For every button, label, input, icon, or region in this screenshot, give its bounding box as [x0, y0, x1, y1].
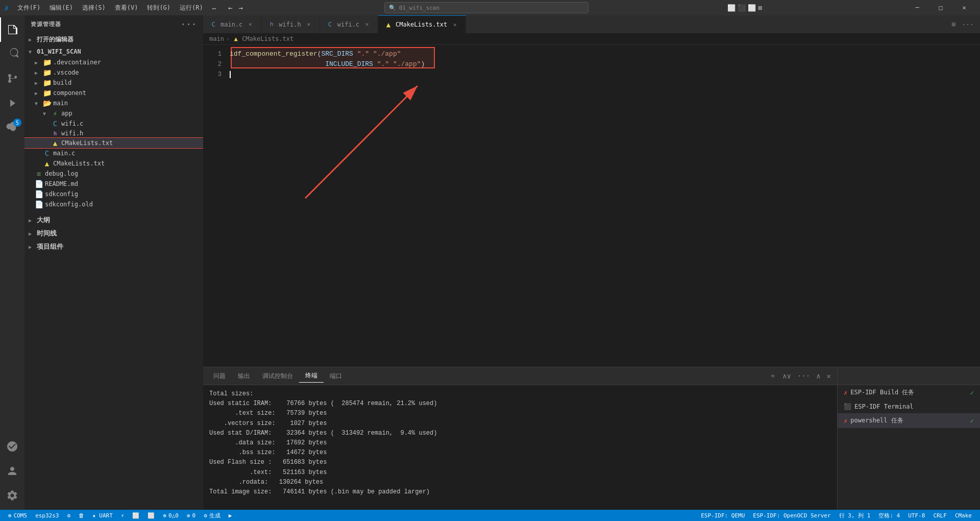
status-monitor[interactable]: ⬜ [128, 510, 143, 521]
split-editor-button[interactable]: ⊞ [950, 18, 958, 30]
tab-wific-close[interactable]: ✕ [362, 20, 372, 29]
activity-account[interactable] [0, 459, 24, 483]
maximize-button[interactable]: □ [929, 0, 952, 15]
code-editor[interactable]: 1 idf_component_register(SRC_DIRS "." ".… [203, 45, 980, 367]
timeline-header[interactable]: ▶ 时间线 [24, 227, 203, 240]
status-encoding[interactable]: UTF-8 [904, 510, 929, 521]
layout-icon-3[interactable]: ⬜ [748, 4, 756, 12]
status-com5[interactable]: ⊕ COM5 [4, 510, 31, 521]
terminal-panel-powershell[interactable]: ✗ powershell 任务 ✓ [838, 413, 980, 428]
tree-item-readme[interactable]: 📄 README.md [24, 179, 203, 189]
tree-item-build[interactable]: ▶ 📁 build [24, 78, 203, 88]
outline-header[interactable]: ▶ 大纲 [24, 214, 203, 227]
nav-forward[interactable]: → [236, 3, 244, 13]
minimize-button[interactable]: ─ [905, 0, 929, 15]
status-flash[interactable]: ⚡ [117, 510, 129, 521]
status-fullmonitor[interactable]: ⬜ [143, 510, 159, 521]
status-trash[interactable]: 🗑 [75, 510, 88, 521]
tree-item-cmake-app[interactable]: ▲ CMakeLists.txt [24, 138, 203, 148]
cursor-pos-label: 行 3, 列 1 [839, 512, 871, 519]
terminal-split-button[interactable]: ∧∨ [780, 370, 793, 382]
activity-run-debug[interactable] [0, 91, 24, 115]
status-idf-qemu[interactable]: ESP-IDF: QEMU [697, 510, 749, 521]
tab-cmake[interactable]: ▲ CMakeLists.txt ✕ [378, 15, 466, 33]
terminal-collapse-button[interactable]: ∧ [814, 370, 822, 382]
component-folder-icon: 📁 [43, 89, 51, 97]
activity-source-control[interactable] [0, 66, 24, 91]
activity-search[interactable] [0, 42, 24, 66]
more-tabs-button[interactable]: ··· [960, 18, 976, 30]
activity-extensions[interactable]: 5 [0, 115, 24, 140]
espbuild-check: ✓ [970, 389, 974, 396]
status-indent[interactable]: 空格: 4 [874, 510, 904, 521]
menu-file[interactable]: 文件(F) [13, 3, 45, 13]
terminal-panel-espbuild[interactable]: ✗ ESP-IDF Build 任务 ✓ [838, 385, 980, 400]
activity-settings[interactable] [0, 483, 24, 508]
status-language[interactable]: CMake [951, 510, 976, 521]
terminal-tab-problems[interactable]: 问题 [207, 370, 232, 383]
search-bar[interactable]: 🔍 01_wifi_scan [384, 2, 589, 13]
terminal-more-button[interactable]: ··· [795, 370, 812, 382]
tree-item-sdkconfig[interactable]: 📄 sdkconfig [24, 189, 203, 199]
status-cursor-pos[interactable]: 行 3, 列 1 [835, 510, 875, 521]
tab-cmake-close[interactable]: ✕ [450, 20, 459, 29]
terminal-tab-terminal[interactable]: 终端 [299, 369, 324, 383]
terminal-panel-espterm[interactable]: ⬛ ESP-IDF Terminal [838, 400, 980, 413]
root-folder-header[interactable]: ▼ 01_WIFI_SCAN [24, 46, 203, 57]
status-device[interactable]: esp32s3 [31, 510, 63, 521]
tree-item-cmake-main[interactable]: ▲ CMakeLists.txt [24, 158, 203, 169]
tree-item-debuglog[interactable]: ≡ debug.log [24, 169, 203, 179]
tree-item-app[interactable]: ▼ ⚡ app [24, 108, 203, 119]
tree-item-wific[interactable]: C wifi.c [24, 119, 203, 129]
status-line-ending[interactable]: CRLF [929, 510, 951, 521]
terminal-add-button[interactable]: ＋ [767, 369, 778, 383]
tree-item-vscode[interactable]: ▶ 📁 .vscode [24, 67, 203, 78]
nav-back[interactable]: ← [226, 3, 234, 13]
sidebar-more-button[interactable]: ··· [181, 19, 197, 29]
tree-item-sdkconfigold[interactable]: 📄 sdkconfig.old [24, 199, 203, 209]
bc-main[interactable]: main [209, 35, 224, 42]
tab-wifih[interactable]: h wifi.h ✕ [261, 15, 320, 33]
tab-wifih-label: wifi.h [279, 21, 301, 28]
layout-icon-4[interactable]: ⊞ [758, 4, 762, 12]
tab-mainc-close[interactable]: ✕ [246, 20, 255, 29]
status-settings[interactable]: ⚙ [63, 510, 75, 521]
tree-item-mainc[interactable]: C main.c [24, 148, 203, 158]
terminal-tab-debug[interactable]: 调试控制台 [256, 370, 299, 383]
menu-goto[interactable]: 转到(G) [143, 3, 175, 13]
tab-mainc[interactable]: C main.c ✕ [203, 15, 261, 33]
cursor-blink [230, 71, 231, 78]
status-idf-openocd[interactable]: ESP-IDF: OpenOCD Server [749, 510, 835, 521]
app-folder-icon: ⚡ [51, 109, 59, 117]
open-editors-header[interactable]: ▶ 打开的编辑器 [24, 33, 203, 46]
menu-more[interactable]: … [208, 3, 220, 13]
menu-select[interactable]: 选择(S) [78, 3, 110, 13]
tree-item-wifih[interactable]: h wifi.h [24, 129, 203, 138]
layout-icon-1[interactable]: ⬜ [727, 4, 736, 12]
status-run[interactable]: ▶ [225, 510, 236, 521]
bc-cmake[interactable]: CMakeLists.txt [242, 35, 293, 42]
tree-item-main[interactable]: ▼ 📂 main [24, 98, 203, 108]
terminal-tab-ports[interactable]: 端口 [324, 370, 348, 383]
menu-edit[interactable]: 编辑(E) [45, 3, 77, 13]
menu-view[interactable]: 查看(V) [111, 3, 142, 13]
tree-item-component[interactable]: ▶ 📁 component [24, 88, 203, 98]
activity-explorer[interactable] [0, 17, 24, 42]
menu-run[interactable]: 运行(R) [176, 3, 207, 13]
project-components-label: 项目组件 [37, 242, 63, 251]
tab-wific[interactable]: C wifi.c ✕ [320, 15, 378, 33]
terminal-tab-output[interactable]: 输出 [232, 370, 256, 383]
status-warnings[interactable]: ⊗ 0 [183, 510, 200, 521]
layout-icon-2[interactable]: ⬛ [738, 4, 746, 12]
status-errors[interactable]: ⊕ 0△0 [159, 510, 183, 521]
project-components-header[interactable]: ▶ 项目组件 [24, 240, 203, 253]
status-uart[interactable]: ★ UART [88, 510, 117, 521]
close-button[interactable]: ✕ [952, 0, 976, 15]
devcontainer-chevron: ▶ [35, 60, 41, 65]
espbuild-label: ESP-IDF Build 任务 [850, 388, 914, 397]
tree-item-devcontainer[interactable]: ▶ 📁 .devcontainer [24, 57, 203, 67]
activity-remote[interactable] [0, 434, 24, 459]
tab-wifih-close[interactable]: ✕ [304, 20, 313, 29]
status-generate[interactable]: ⚙ 生成 [200, 510, 225, 521]
terminal-close-button[interactable]: ✕ [825, 370, 833, 382]
